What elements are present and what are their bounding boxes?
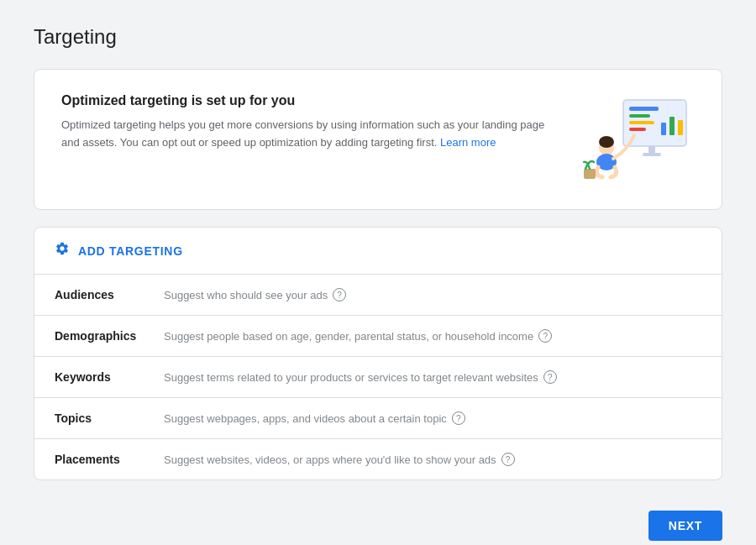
targeting-row-label: Demographics xyxy=(55,329,164,343)
help-icon[interactable]: ? xyxy=(501,453,515,466)
targeting-row-desc-text: Suggest webpages, apps, and videos about… xyxy=(164,412,447,425)
targeting-row-desc-text: Suggest people based on age, gender, par… xyxy=(164,330,533,343)
targeting-rows-container: AudiencesSuggest who should see your ads… xyxy=(34,275,722,479)
targeting-row-label: Keywords xyxy=(55,370,164,384)
svg-rect-9 xyxy=(643,153,661,156)
targeting-row-description: Suggest who should see your ads? xyxy=(164,288,346,301)
illustration xyxy=(577,93,695,186)
targeting-row-label: Audiences xyxy=(55,288,164,301)
gear-icon xyxy=(55,241,70,260)
illustration-svg xyxy=(577,93,695,186)
targeting-options-card: ADD TARGETING AudiencesSuggest who shoul… xyxy=(34,227,722,480)
targeting-row-description: Suggest terms related to your products o… xyxy=(164,370,557,384)
svg-rect-2 xyxy=(629,114,650,118)
targeting-row[interactable]: KeywordsSuggest terms related to your pr… xyxy=(34,357,722,398)
footer: NEXT xyxy=(34,511,722,541)
svg-point-11 xyxy=(599,136,614,148)
targeting-row-label: Topics xyxy=(55,411,164,425)
svg-rect-1 xyxy=(629,107,659,111)
add-targeting-header[interactable]: ADD TARGETING xyxy=(34,228,722,275)
targeting-row[interactable]: AudiencesSuggest who should see your ads… xyxy=(34,275,722,316)
svg-rect-8 xyxy=(648,146,655,153)
optimized-card-title: Optimized targeting is set up for you xyxy=(61,93,549,108)
help-icon[interactable]: ? xyxy=(333,288,346,301)
targeting-row-desc-text: Suggest terms related to your products o… xyxy=(164,371,538,384)
optimized-card-content: Optimized targeting is set up for you Op… xyxy=(61,93,549,152)
targeting-row[interactable]: TopicsSuggest webpages, apps, and videos… xyxy=(34,398,722,439)
targeting-row[interactable]: DemographicsSuggest people based on age,… xyxy=(34,316,722,357)
next-button[interactable]: NEXT xyxy=(648,511,722,541)
svg-rect-13 xyxy=(584,169,596,179)
help-icon[interactable]: ? xyxy=(543,370,557,384)
optimized-targeting-card: Optimized targeting is set up for you Op… xyxy=(34,69,722,210)
targeting-row-description: Suggest webpages, apps, and videos about… xyxy=(164,411,465,425)
targeting-row-label: Placements xyxy=(55,453,164,466)
optimized-card-description: Optimized targeting helps you get more c… xyxy=(61,117,549,152)
page-title: Targeting xyxy=(34,25,722,49)
svg-rect-4 xyxy=(629,128,646,131)
help-icon[interactable]: ? xyxy=(538,329,552,343)
svg-rect-5 xyxy=(661,123,666,135)
add-targeting-label: ADD TARGETING xyxy=(78,244,183,258)
svg-rect-7 xyxy=(678,120,683,135)
targeting-row[interactable]: PlacementsSuggest websites, videos, or a… xyxy=(34,439,722,479)
learn-more-link[interactable]: Learn more xyxy=(440,136,496,149)
svg-rect-3 xyxy=(629,121,654,124)
targeting-row-description: Suggest people based on age, gender, par… xyxy=(164,329,552,343)
targeting-row-desc-text: Suggest who should see your ads xyxy=(164,289,328,301)
svg-rect-6 xyxy=(669,117,675,135)
help-icon[interactable]: ? xyxy=(452,411,465,425)
targeting-row-description: Suggest websites, videos, or apps where … xyxy=(164,453,515,466)
targeting-row-desc-text: Suggest websites, videos, or apps where … xyxy=(164,453,496,466)
